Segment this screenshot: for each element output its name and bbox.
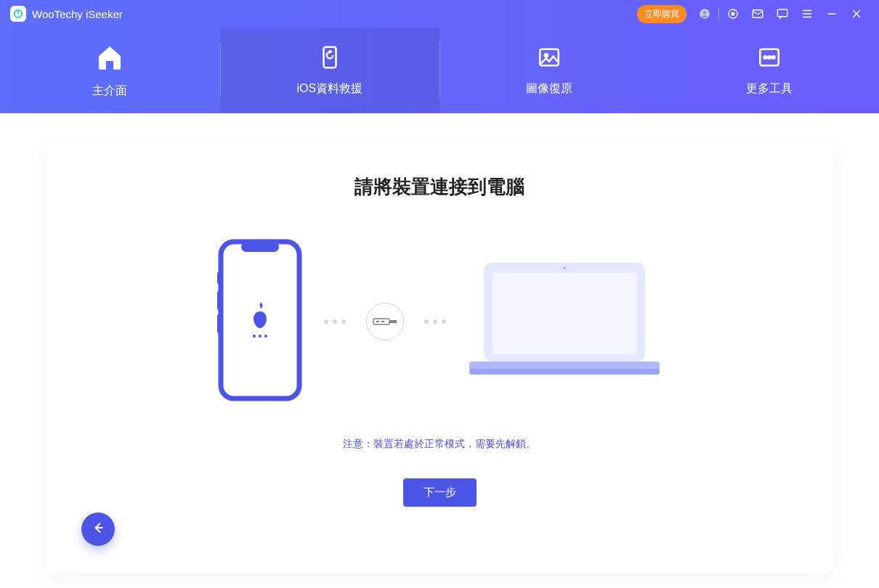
nav-label: 主介面 — [92, 83, 127, 99]
image-icon — [537, 45, 562, 73]
svg-rect-24 — [376, 321, 379, 322]
svg-point-19 — [253, 335, 256, 338]
app-brand: WooTechy iSeeker — [10, 6, 123, 22]
app-title: WooTechy iSeeker — [32, 8, 123, 20]
connect-card: 請將裝置連接到電腦 — [46, 141, 833, 573]
home-icon — [95, 43, 124, 75]
page-heading: 請將裝置連接到電腦 — [355, 174, 524, 200]
svg-rect-27 — [493, 273, 636, 354]
svg-rect-15 — [241, 242, 279, 252]
svg-point-21 — [264, 335, 267, 338]
minimize-icon[interactable] — [819, 0, 844, 28]
nav-home[interactable]: 主介面 — [0, 28, 220, 113]
buy-now-button[interactable]: 立即購買 — [637, 5, 686, 23]
arrow-left-icon — [91, 520, 105, 538]
back-button[interactable] — [81, 513, 115, 546]
svg-rect-8 — [540, 49, 559, 65]
target-icon[interactable] — [721, 0, 745, 28]
unlock-notice: 注意：裝置若處於正常模式，需要先解鎖。 — [343, 438, 536, 451]
svg-rect-23 — [389, 320, 397, 323]
svg-point-9 — [545, 54, 548, 57]
dots-left-icon — [324, 319, 346, 324]
svg-rect-18 — [217, 314, 221, 333]
svg-rect-6 — [777, 9, 787, 17]
svg-point-13 — [772, 56, 775, 59]
titlebar: WooTechy iSeeker 立即購買 — [0, 0, 879, 28]
nav-image-restore[interactable]: 圖像復原 — [440, 28, 660, 113]
mail-icon[interactable] — [745, 0, 770, 28]
titlebar-separator — [718, 7, 719, 20]
content-area: 請將裝置連接到電腦 — [0, 113, 879, 588]
svg-point-28 — [563, 266, 566, 269]
nav-label: 圖像復原 — [526, 81, 572, 97]
nav-more-tools[interactable]: 更多工具 — [660, 28, 880, 113]
phone-illustration-icon — [216, 239, 304, 404]
svg-point-20 — [259, 335, 262, 338]
feedback-icon[interactable] — [770, 0, 795, 28]
svg-point-12 — [768, 56, 771, 59]
menu-icon[interactable] — [795, 0, 819, 28]
dots-right-icon — [424, 319, 446, 324]
svg-rect-25 — [381, 321, 384, 322]
nav-ios-recovery[interactable]: iOS資料救援 — [220, 28, 440, 113]
more-icon — [757, 45, 782, 73]
next-button[interactable]: 下一步 — [403, 478, 477, 507]
account-icon[interactable] — [692, 0, 717, 28]
laptop-illustration-icon — [466, 258, 663, 385]
app-logo-icon — [10, 6, 26, 22]
svg-rect-17 — [217, 291, 221, 310]
svg-point-11 — [763, 56, 766, 59]
svg-rect-30 — [469, 369, 660, 375]
main-nav: 主介面 iOS資料救援 圖像復原 更多工具 — [0, 28, 879, 113]
nav-label: iOS資料救援 — [296, 81, 362, 97]
svg-point-4 — [732, 12, 734, 15]
svg-rect-16 — [217, 272, 221, 284]
refresh-device-icon — [317, 45, 342, 73]
usb-plug-icon — [366, 303, 404, 340]
connection-diagram — [216, 239, 663, 404]
nav-label: 更多工具 — [746, 81, 793, 97]
svg-point-2 — [703, 11, 707, 15]
close-icon[interactable] — [844, 0, 869, 28]
